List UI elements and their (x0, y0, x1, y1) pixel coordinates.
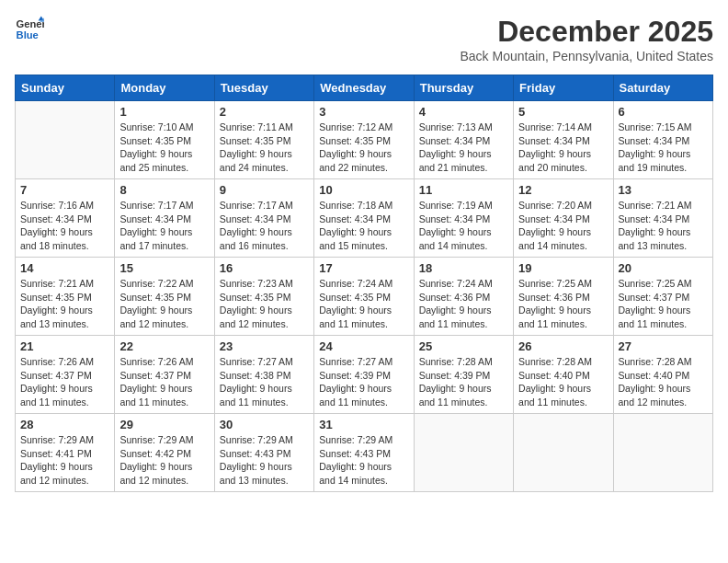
day-number: 22 (119, 339, 209, 353)
day-number: 14 (20, 261, 109, 275)
day-info: Sunrise: 7:27 AMSunset: 4:39 PMDaylight:… (319, 355, 408, 409)
weekday-header-friday: Friday (514, 75, 613, 101)
calendar-cell (514, 414, 613, 492)
day-info: Sunrise: 7:16 AMSunset: 4:34 PMDaylight:… (20, 199, 109, 253)
day-info: Sunrise: 7:14 AMSunset: 4:34 PMDaylight:… (518, 121, 608, 175)
logo: General Blue (15, 15, 44, 44)
location-title: Back Mountain, Pennsylvania, United Stat… (461, 49, 714, 63)
week-row-2: 7Sunrise: 7:16 AMSunset: 4:34 PMDaylight… (16, 179, 713, 258)
day-number: 2 (220, 105, 309, 119)
calendar-cell (613, 414, 712, 492)
day-number: 24 (319, 339, 408, 353)
calendar-cell: 22Sunrise: 7:26 AMSunset: 4:37 PMDayligh… (115, 336, 214, 414)
day-info: Sunrise: 7:28 AMSunset: 4:40 PMDaylight:… (619, 355, 708, 409)
day-info: Sunrise: 7:22 AMSunset: 4:35 PMDaylight:… (119, 277, 209, 331)
day-number: 9 (220, 183, 309, 197)
page-header: General Blue December 2025 Back Mountain… (15, 15, 713, 63)
day-number: 31 (319, 418, 408, 431)
day-number: 3 (319, 105, 408, 119)
weekday-header-wednesday: Wednesday (314, 75, 414, 101)
calendar-cell: 19Sunrise: 7:25 AMSunset: 4:36 PMDayligh… (514, 258, 613, 336)
day-number: 5 (518, 105, 608, 119)
day-number: 18 (419, 261, 508, 275)
day-number: 11 (419, 183, 508, 197)
weekday-header-tuesday: Tuesday (214, 75, 313, 101)
calendar-cell: 14Sunrise: 7:21 AMSunset: 4:35 PMDayligh… (16, 258, 115, 336)
week-row-1: 1Sunrise: 7:10 AMSunset: 4:35 PMDaylight… (16, 101, 713, 179)
day-number: 6 (619, 105, 708, 119)
calendar-cell: 5Sunrise: 7:14 AMSunset: 4:34 PMDaylight… (514, 101, 613, 179)
calendar-table: SundayMondayTuesdayWednesdayThursdayFrid… (15, 75, 713, 492)
calendar-cell: 31Sunrise: 7:29 AMSunset: 4:43 PMDayligh… (314, 414, 414, 492)
calendar-cell: 27Sunrise: 7:28 AMSunset: 4:40 PMDayligh… (613, 336, 712, 414)
day-number: 25 (419, 339, 508, 353)
day-info: Sunrise: 7:25 AMSunset: 4:36 PMDaylight:… (518, 277, 608, 331)
week-row-4: 21Sunrise: 7:26 AMSunset: 4:37 PMDayligh… (16, 336, 713, 414)
week-row-5: 28Sunrise: 7:29 AMSunset: 4:41 PMDayligh… (16, 414, 713, 492)
day-info: Sunrise: 7:25 AMSunset: 4:37 PMDaylight:… (619, 277, 708, 331)
day-number: 23 (220, 339, 309, 353)
calendar-cell: 23Sunrise: 7:27 AMSunset: 4:38 PMDayligh… (214, 336, 313, 414)
calendar-cell (16, 101, 115, 179)
day-info: Sunrise: 7:26 AMSunset: 4:37 PMDaylight:… (20, 355, 109, 409)
day-info: Sunrise: 7:19 AMSunset: 4:34 PMDaylight:… (419, 199, 508, 253)
day-number: 29 (119, 418, 209, 431)
calendar-cell: 24Sunrise: 7:27 AMSunset: 4:39 PMDayligh… (314, 336, 414, 414)
day-info: Sunrise: 7:17 AMSunset: 4:34 PMDaylight:… (119, 199, 209, 253)
day-number: 17 (319, 261, 408, 275)
day-info: Sunrise: 7:29 AMSunset: 4:41 PMDaylight:… (20, 433, 109, 488)
day-info: Sunrise: 7:18 AMSunset: 4:34 PMDaylight:… (319, 199, 408, 253)
calendar-cell: 1Sunrise: 7:10 AMSunset: 4:35 PMDaylight… (115, 101, 214, 179)
day-info: Sunrise: 7:28 AMSunset: 4:40 PMDaylight:… (518, 355, 608, 409)
calendar-cell: 15Sunrise: 7:22 AMSunset: 4:35 PMDayligh… (115, 258, 214, 336)
day-info: Sunrise: 7:24 AMSunset: 4:36 PMDaylight:… (419, 277, 508, 331)
day-info: Sunrise: 7:20 AMSunset: 4:34 PMDaylight:… (518, 199, 608, 253)
day-info: Sunrise: 7:13 AMSunset: 4:34 PMDaylight:… (419, 121, 508, 175)
day-number: 30 (220, 418, 309, 431)
day-number: 1 (119, 105, 209, 119)
calendar-cell: 12Sunrise: 7:20 AMSunset: 4:34 PMDayligh… (514, 179, 613, 258)
weekday-header-sunday: Sunday (16, 75, 115, 101)
calendar-cell: 25Sunrise: 7:28 AMSunset: 4:39 PMDayligh… (414, 336, 513, 414)
svg-text:Blue: Blue (17, 29, 39, 40)
week-row-3: 14Sunrise: 7:21 AMSunset: 4:35 PMDayligh… (16, 258, 713, 336)
month-title: December 2025 (461, 15, 714, 49)
day-number: 12 (518, 183, 608, 197)
day-number: 15 (119, 261, 209, 275)
day-info: Sunrise: 7:29 AMSunset: 4:43 PMDaylight:… (220, 433, 309, 488)
day-info: Sunrise: 7:28 AMSunset: 4:39 PMDaylight:… (419, 355, 508, 409)
calendar-cell: 7Sunrise: 7:16 AMSunset: 4:34 PMDaylight… (16, 179, 115, 258)
day-info: Sunrise: 7:26 AMSunset: 4:37 PMDaylight:… (119, 355, 209, 409)
day-info: Sunrise: 7:29 AMSunset: 4:43 PMDaylight:… (319, 433, 408, 488)
day-number: 19 (518, 261, 608, 275)
day-number: 4 (419, 105, 508, 119)
calendar-cell: 3Sunrise: 7:12 AMSunset: 4:35 PMDaylight… (314, 101, 414, 179)
day-number: 16 (220, 261, 309, 275)
day-number: 26 (518, 339, 608, 353)
day-info: Sunrise: 7:24 AMSunset: 4:35 PMDaylight:… (319, 277, 408, 331)
day-info: Sunrise: 7:21 AMSunset: 4:35 PMDaylight:… (20, 277, 109, 331)
day-number: 13 (619, 183, 708, 197)
day-info: Sunrise: 7:10 AMSunset: 4:35 PMDaylight:… (119, 121, 209, 175)
calendar-cell: 26Sunrise: 7:28 AMSunset: 4:40 PMDayligh… (514, 336, 613, 414)
day-number: 21 (20, 339, 109, 353)
day-number: 27 (619, 339, 708, 353)
day-info: Sunrise: 7:12 AMSunset: 4:35 PMDaylight:… (319, 121, 408, 175)
weekday-header-row: SundayMondayTuesdayWednesdayThursdayFrid… (16, 75, 713, 101)
calendar-cell: 17Sunrise: 7:24 AMSunset: 4:35 PMDayligh… (314, 258, 414, 336)
day-info: Sunrise: 7:15 AMSunset: 4:34 PMDaylight:… (619, 121, 708, 175)
day-number: 28 (20, 418, 109, 431)
logo-icon: General Blue (15, 15, 44, 44)
day-info: Sunrise: 7:23 AMSunset: 4:35 PMDaylight:… (220, 277, 309, 331)
weekday-header-thursday: Thursday (414, 75, 513, 101)
calendar-cell (414, 414, 513, 492)
calendar-cell: 28Sunrise: 7:29 AMSunset: 4:41 PMDayligh… (16, 414, 115, 492)
day-info: Sunrise: 7:27 AMSunset: 4:38 PMDaylight:… (220, 355, 309, 409)
calendar-cell: 2Sunrise: 7:11 AMSunset: 4:35 PMDaylight… (214, 101, 313, 179)
weekday-header-saturday: Saturday (613, 75, 712, 101)
calendar-cell: 13Sunrise: 7:21 AMSunset: 4:34 PMDayligh… (613, 179, 712, 258)
day-number: 8 (119, 183, 209, 197)
day-info: Sunrise: 7:17 AMSunset: 4:34 PMDaylight:… (220, 199, 309, 253)
day-number: 10 (319, 183, 408, 197)
calendar-cell: 21Sunrise: 7:26 AMSunset: 4:37 PMDayligh… (16, 336, 115, 414)
